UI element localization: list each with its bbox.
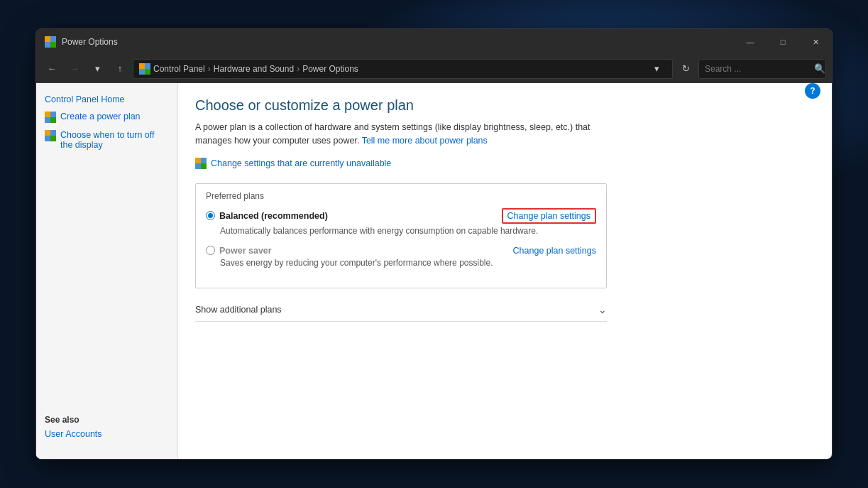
- back-button[interactable]: ←: [42, 59, 62, 79]
- plan-desc-power-saver: Saves energy by reducing your computer's…: [220, 258, 596, 268]
- plan-name-power-saver: Power saver: [219, 246, 272, 256]
- svg-rect-9: [50, 112, 56, 117]
- svg-rect-14: [45, 136, 50, 141]
- address-icon: [139, 63, 150, 75]
- svg-rect-4: [139, 63, 145, 69]
- recent-locations-button[interactable]: ▾: [87, 59, 107, 79]
- help-button[interactable]: ?: [805, 83, 820, 99]
- svg-rect-12: [45, 130, 50, 136]
- refresh-button[interactable]: ↻: [676, 59, 696, 79]
- svg-rect-11: [50, 117, 56, 123]
- plan-left-power-saver: Power saver: [206, 246, 272, 256]
- see-also-section: See also User Accounts: [45, 415, 102, 446]
- change-settings-link[interactable]: Change settings that are currently unava…: [195, 158, 815, 169]
- plan-row-power-saver: Power saver Change plan settings: [206, 246, 596, 256]
- sidebar-item-create-plan: Create a power plan: [45, 112, 169, 123]
- plan-name-balanced: Balanced (recommended): [219, 211, 328, 221]
- plan-radio-power-saver[interactable]: [206, 246, 215, 255]
- content-area: Control Panel Home Create a power plan: [36, 83, 832, 460]
- sidebar-control-panel-home[interactable]: Control Panel Home: [45, 94, 169, 104]
- preferred-plans-section: Preferred plans Balanced (recommended) C…: [195, 183, 607, 288]
- search-bar: 🔍: [698, 59, 826, 79]
- display-icon: [45, 130, 56, 141]
- additional-plans-row[interactable]: Show additional plans ⌄: [195, 298, 607, 322]
- plan-item-balanced: Balanced (recommended) Change plan setti…: [206, 208, 596, 236]
- maximize-button[interactable]: □: [767, 29, 799, 55]
- change-plan-link-balanced[interactable]: Change plan settings: [502, 208, 596, 224]
- description-link[interactable]: Tell me more about power plans: [362, 136, 488, 146]
- plan-item-power-saver: Power saver Change plan settings Saves e…: [206, 246, 596, 268]
- svg-rect-5: [145, 63, 150, 69]
- sidebar-turn-off-display-link[interactable]: Choose when to turn off the display: [60, 130, 169, 150]
- chevron-down-icon: ⌄: [598, 304, 607, 315]
- sidebar-user-accounts-link[interactable]: User Accounts: [45, 429, 102, 439]
- page-description: A power plan is a collection of hardware…: [195, 121, 593, 148]
- sidebar-create-plan-link[interactable]: Create a power plan: [60, 112, 141, 121]
- sidebar: Control Panel Home Create a power plan: [36, 83, 178, 460]
- svg-rect-0: [45, 36, 50, 42]
- svg-rect-7: [145, 69, 150, 75]
- title-bar: Power Options — □ ✕: [36, 29, 832, 55]
- main-panel: Choose or customize a power plan A power…: [178, 83, 832, 460]
- svg-rect-15: [50, 136, 56, 141]
- window-icon: [45, 36, 56, 48]
- plan-row-balanced: Balanced (recommended) Change plan setti…: [206, 208, 596, 224]
- power-options-window: Power Options — □ ✕ ← → ▾ ↑ Control Pane…: [35, 28, 833, 460]
- breadcrumb-separator-2: ›: [297, 64, 300, 74]
- minimize-button[interactable]: —: [734, 29, 767, 55]
- shield-settings-icon: [195, 158, 207, 169]
- create-plan-icon: [45, 112, 56, 123]
- navigation-bar: ← → ▾ ↑ Control Panel › Hardware and Sou…: [36, 55, 832, 83]
- svg-rect-19: [201, 163, 207, 169]
- address-dropdown-button[interactable]: ▾: [647, 59, 666, 79]
- change-plan-link-power-saver[interactable]: Change plan settings: [513, 246, 596, 256]
- svg-rect-6: [139, 69, 145, 75]
- page-title: Choose or customize a power plan: [195, 97, 815, 114]
- search-icon[interactable]: 🔍: [814, 63, 825, 74]
- svg-rect-1: [50, 36, 56, 42]
- breadcrumb-power-options[interactable]: Power Options: [302, 64, 358, 74]
- up-button[interactable]: ↑: [110, 59, 130, 79]
- svg-rect-13: [50, 130, 56, 136]
- preferred-plans-label: Preferred plans: [206, 191, 596, 201]
- svg-rect-17: [201, 158, 207, 163]
- close-button[interactable]: ✕: [799, 29, 832, 55]
- svg-rect-8: [45, 112, 50, 117]
- sidebar-item-turn-off-display: Choose when to turn off the display: [45, 130, 169, 150]
- breadcrumb-control-panel[interactable]: Control Panel: [153, 64, 205, 74]
- plan-radio-balanced[interactable]: [206, 211, 215, 220]
- plan-left-balanced: Balanced (recommended): [206, 211, 328, 221]
- svg-rect-18: [195, 163, 201, 169]
- see-also-label: See also: [45, 415, 102, 425]
- additional-plans-label: Show additional plans: [195, 305, 282, 315]
- address-bar: Control Panel › Hardware and Sound › Pow…: [133, 59, 673, 79]
- plan-desc-balanced: Automatically balances performance with …: [220, 226, 596, 236]
- search-input[interactable]: [705, 64, 811, 74]
- svg-rect-2: [45, 42, 50, 48]
- window-controls: — □ ✕: [734, 29, 832, 55]
- breadcrumb: Control Panel › Hardware and Sound › Pow…: [153, 64, 644, 74]
- change-settings-label: Change settings that are currently unava…: [211, 158, 391, 168]
- breadcrumb-separator-1: ›: [208, 64, 211, 74]
- svg-rect-10: [45, 117, 50, 123]
- forward-button[interactable]: →: [65, 59, 84, 79]
- breadcrumb-hardware-sound[interactable]: Hardware and Sound: [214, 64, 294, 74]
- window-title: Power Options: [62, 37, 118, 47]
- svg-rect-16: [195, 158, 201, 163]
- svg-rect-3: [50, 42, 56, 48]
